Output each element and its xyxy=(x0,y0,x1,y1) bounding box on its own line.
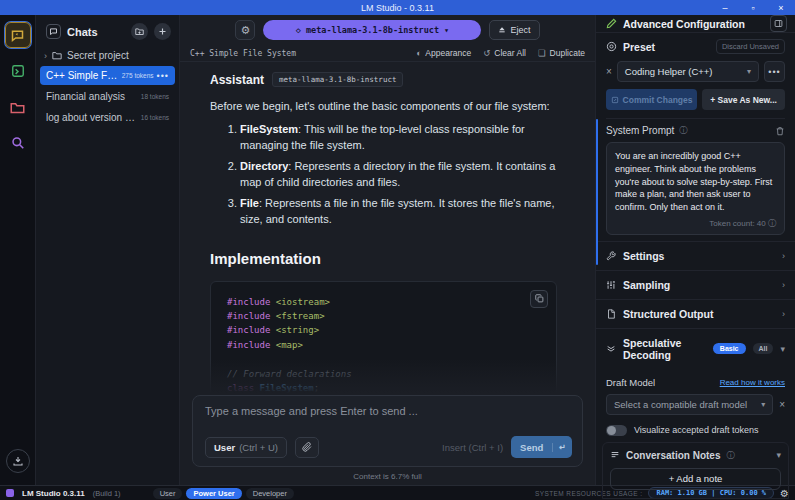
chevron-down-icon: ▾ xyxy=(444,25,449,35)
section-speculative-decoding[interactable]: Speculative Decoding Basic All ▾ xyxy=(596,328,795,369)
clear-draft-model-button[interactable]: × xyxy=(779,399,785,410)
discard-unsaved-button[interactable]: Discard Unsaved xyxy=(716,39,785,54)
chevron-down-icon: ▾ xyxy=(780,344,785,354)
preset-more-button[interactable]: ••• xyxy=(764,61,785,82)
info-icon: ⓘ xyxy=(726,450,734,461)
chat-item-financial-analysis[interactable]: Financial analysis 18 tokens xyxy=(40,87,175,106)
conversation-notes-section: Conversation Notes ⓘ ▾ + Add a note xyxy=(602,442,789,499)
context-usage-label: Context is 6.7% full xyxy=(192,467,583,485)
attach-file-button[interactable] xyxy=(295,437,319,458)
model-settings-gear-button[interactable]: ⚙ xyxy=(235,20,255,40)
folder-small-icon xyxy=(52,51,62,60)
downloads-button[interactable] xyxy=(6,449,30,473)
duplicate-icon: ❏ xyxy=(538,48,546,58)
model-selector[interactable]: ◇ meta-llama-3.1-8b-instruct ▾ xyxy=(263,20,481,40)
appearance-icon: ◐ xyxy=(416,48,421,58)
search-icon xyxy=(11,136,25,150)
terminal-icon xyxy=(11,64,25,78)
code-content: #include <iostream>#include <fstream>#in… xyxy=(227,295,540,393)
chevron-down-icon: ▾ xyxy=(747,67,751,76)
system-prompt-label: System Prompt xyxy=(606,125,674,136)
implementation-heading: Implementation xyxy=(210,250,569,267)
add-note-button[interactable]: + Add a note xyxy=(610,468,781,490)
chat-item-token-count: 18 tokens xyxy=(141,93,169,100)
folder-secret-project[interactable]: › Secret project xyxy=(36,46,179,65)
clear-all-button[interactable]: ↺ Clear All xyxy=(483,48,526,58)
basic-toggle[interactable]: Basic xyxy=(713,343,746,354)
wrench-icon xyxy=(606,251,616,261)
copy-code-button[interactable] xyxy=(530,290,548,308)
chevron-down-icon: ▾ xyxy=(761,400,765,409)
section-structured-output[interactable]: Structured Output › xyxy=(596,299,795,328)
role-toggle-button[interactable]: User (Ctrl + U) xyxy=(205,437,287,458)
list-item: FileSystem: This will be the top-level c… xyxy=(240,122,569,154)
nav-developer-button[interactable] xyxy=(5,58,31,84)
lmstudio-logo-icon xyxy=(6,489,14,497)
message-input[interactable]: Type a message and press Enter to send .… xyxy=(192,395,583,467)
mode-user[interactable]: User xyxy=(153,488,183,499)
chat-item-label: log about version of ... xyxy=(46,112,137,123)
preset-select[interactable]: Coding Helper (C++) ▾ xyxy=(617,61,759,82)
assistant-model-badge: meta-llama-3.1-8b-instruct xyxy=(272,72,403,87)
chats-sidebar: Chats › Secret project C++ Simple File S… xyxy=(36,15,180,485)
draft-model-select[interactable]: Select a compatible draft model ▾ xyxy=(606,394,773,415)
collapse-panel-button[interactable] xyxy=(770,15,787,32)
folder-icon xyxy=(10,101,25,114)
chat-item-more-button[interactable]: ••• xyxy=(157,71,169,81)
composer: Type a message and press Enter to send .… xyxy=(180,393,595,485)
chat-message-area[interactable]: Assistant meta-llama-3.1-8b-instruct Bef… xyxy=(180,62,595,393)
nav-chat-button[interactable] xyxy=(5,22,31,48)
new-folder-button[interactable] xyxy=(131,23,148,40)
all-toggle[interactable]: All xyxy=(753,343,774,354)
chat-item-token-count: 16 tokens xyxy=(141,114,169,121)
list-item: File: Represents a file in the file syst… xyxy=(240,196,569,228)
visualize-tokens-toggle[interactable] xyxy=(606,425,627,436)
advanced-config-panel: Advanced Configuration Preset Discard Un… xyxy=(595,15,795,485)
read-how-it-works-link[interactable]: Read how it works xyxy=(720,378,785,387)
eject-model-button[interactable]: Eject xyxy=(489,20,539,40)
info-icon: ⓘ xyxy=(679,125,687,136)
send-options-caret[interactable]: ↵ xyxy=(552,443,572,452)
maximize-button[interactable]: ▫ xyxy=(739,0,767,15)
app-version-label: LM Studio 0.3.11 xyxy=(22,489,85,498)
appearance-button[interactable]: ◐ Appearance xyxy=(416,48,471,58)
close-button[interactable]: × xyxy=(767,0,795,15)
chevron-down-icon[interactable]: ▾ xyxy=(776,450,781,460)
minimize-button[interactable]: – xyxy=(711,0,739,15)
build-label: (Build 1) xyxy=(93,489,121,498)
pencil-icon xyxy=(606,18,617,29)
chat-item-label: C++ Simple File System xyxy=(46,70,118,81)
chat-bubble-icon xyxy=(10,28,25,43)
notes-icon xyxy=(610,450,620,460)
trash-icon[interactable] xyxy=(775,126,785,136)
panel-scroll-indicator xyxy=(596,119,598,265)
section-sampling[interactable]: Sampling › xyxy=(596,270,795,299)
system-prompt-input[interactable]: You are an incredibly good C++ engineer.… xyxy=(606,142,785,235)
clear-preset-button[interactable]: × xyxy=(606,66,612,77)
paperclip-icon xyxy=(302,442,312,452)
nav-rail xyxy=(0,15,36,485)
speculative-decoding-icon xyxy=(606,344,616,354)
chevron-right-icon: › xyxy=(782,280,785,290)
assistant-role-label: Assistant xyxy=(210,73,264,87)
chat-item-log-version[interactable]: log about version of ... 16 tokens xyxy=(40,108,175,127)
chat-item-token-count: 275 tokens xyxy=(122,72,154,79)
chat-item-cpp-file-system[interactable]: C++ Simple File System 275 tokens ••• xyxy=(40,66,175,85)
mode-developer[interactable]: Developer xyxy=(246,488,294,499)
save-as-new-button[interactable]: + Save As New... xyxy=(702,89,785,110)
section-settings[interactable]: Settings › xyxy=(596,241,795,270)
mode-power-user[interactable]: Power User xyxy=(186,488,241,499)
chat-main: ⚙ ◇ meta-llama-3.1-8b-instruct ▾ Eject C… xyxy=(180,15,595,485)
eject-icon xyxy=(498,26,506,34)
visualize-tokens-label: Visualize accepted draft tokens xyxy=(634,425,758,435)
duplicate-button[interactable]: ❏ Duplicate xyxy=(538,48,585,58)
conversation-title: C++ Simple File System xyxy=(190,49,416,58)
model-icon: ◇ xyxy=(296,25,301,35)
nav-models-button[interactable] xyxy=(5,94,31,120)
commit-changes-button[interactable]: Commit Changes xyxy=(606,89,697,110)
send-button[interactable]: Send ↵ xyxy=(511,436,572,458)
titlebar: LM Studio - 0.3.11 – ▫ × xyxy=(0,0,795,15)
nav-discover-button[interactable] xyxy=(5,130,31,156)
token-count-label: Token count: 40 ⓘ xyxy=(615,218,776,229)
new-chat-button[interactable] xyxy=(154,23,171,40)
